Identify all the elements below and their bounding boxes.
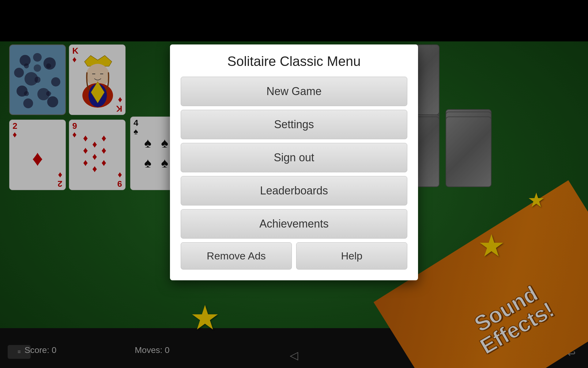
sign-out-button[interactable]: Sign out [181, 143, 407, 172]
achievements-button[interactable]: Achievements [181, 209, 407, 239]
menu-bottom-row: Remove Ads Help [181, 242, 407, 270]
menu-dialog: Solitaire Classic Menu New Game Settings… [170, 44, 418, 280]
help-button[interactable]: Help [296, 242, 407, 270]
remove-ads-button[interactable]: Remove Ads [181, 242, 292, 270]
new-game-button[interactable]: New Game [181, 77, 407, 106]
settings-button[interactable]: Settings [181, 110, 407, 139]
menu-title: Solitaire Classic Menu [181, 54, 407, 69]
leaderboards-button[interactable]: Leaderboards [181, 176, 407, 205]
